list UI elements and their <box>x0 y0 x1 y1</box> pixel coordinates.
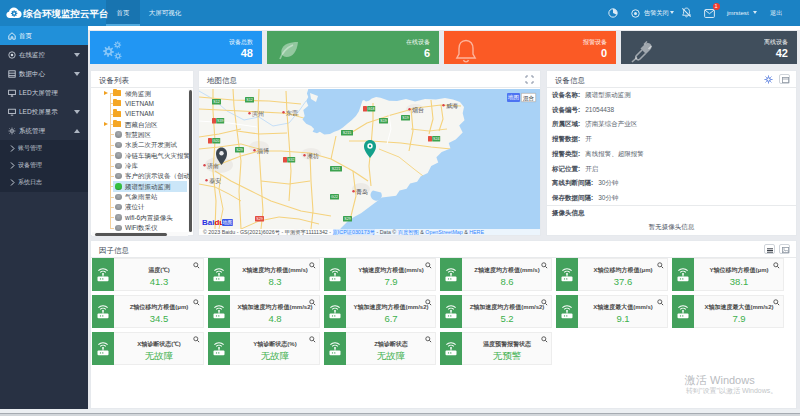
svg-text:S29: S29 <box>236 148 242 152</box>
svg-text:S19: S19 <box>380 119 386 123</box>
svg-text:G18: G18 <box>368 107 375 111</box>
svg-text:S29: S29 <box>344 217 350 221</box>
svg-text:青岛: 青岛 <box>356 189 368 195</box>
svg-text:泰安: 泰安 <box>209 177 221 185</box>
svg-text:S12: S12 <box>213 100 219 104</box>
svg-text:S19: S19 <box>402 116 408 120</box>
svg-text:S32: S32 <box>288 158 294 162</box>
svg-text:G22: G22 <box>331 195 338 199</box>
svg-text:S24: S24 <box>433 137 439 141</box>
svg-text:潍坊: 潍坊 <box>307 152 319 160</box>
svg-text:东营: 东营 <box>286 109 298 117</box>
svg-text:S29: S29 <box>256 217 262 221</box>
svg-text:S221: S221 <box>332 167 340 171</box>
svg-text:淄博: 淄博 <box>257 148 269 155</box>
svg-text:滨州: 滨州 <box>252 110 264 117</box>
svg-text:济南: 济南 <box>207 162 219 169</box>
svg-text:G20: G20 <box>213 139 220 143</box>
svg-text:S215: S215 <box>343 131 351 135</box>
svg-text:S12: S12 <box>246 98 252 102</box>
svg-text:S39: S39 <box>217 119 223 123</box>
svg-text:烟台: 烟台 <box>412 107 424 114</box>
svg-text:威海: 威海 <box>446 103 458 109</box>
